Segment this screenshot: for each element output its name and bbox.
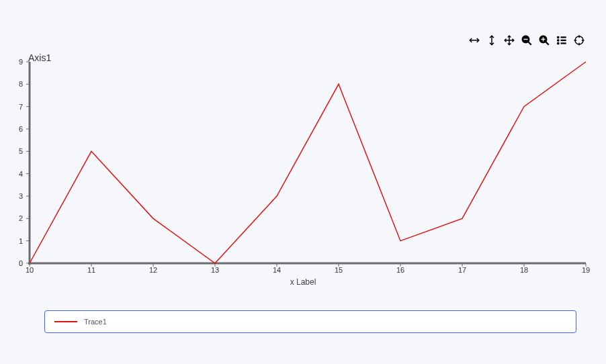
svg-line-8 [546, 42, 549, 45]
plot-area[interactable] [30, 62, 586, 263]
y-tick-label: 8 [19, 80, 23, 88]
y-tick-label: 6 [19, 125, 23, 133]
x-axis-title: x Label [0, 277, 606, 287]
legend[interactable]: Trace1 [44, 310, 576, 333]
x-tick-label: 19 [582, 266, 590, 274]
legend-swatch-trace1 [54, 321, 77, 322]
reset-icon[interactable] [572, 34, 586, 47]
x-tick-label: 12 [149, 266, 157, 274]
series-trace1 [30, 62, 586, 263]
x-tick-label: 18 [520, 266, 528, 274]
svg-line-5 [528, 42, 531, 45]
pan-icon[interactable] [503, 34, 516, 47]
x-tick-label: 10 [26, 266, 34, 274]
legend-toggle-icon[interactable] [555, 34, 568, 47]
zoom-in-icon[interactable] [537, 34, 551, 47]
plot-svg [30, 62, 586, 263]
zoom-out-icon[interactable] [520, 34, 533, 47]
x-tick-label: 16 [396, 266, 404, 274]
chart-toolbar [468, 34, 586, 47]
y-tick-label: 2 [19, 214, 23, 222]
y-tick-label: 1 [19, 237, 23, 245]
zoom-x-icon[interactable] [468, 34, 481, 47]
y-tick-label: 4 [19, 170, 23, 178]
x-tick-label: 14 [273, 266, 281, 274]
legend-label-trace1: Trace1 [84, 318, 107, 326]
x-tick-label: 17 [458, 266, 466, 274]
y-tick-label: 3 [19, 192, 23, 200]
y-tick-label: 7 [19, 103, 23, 111]
y-tick-labels: 0123456789 [0, 62, 27, 263]
x-tick-label: 15 [335, 266, 343, 274]
y-tick-label: 0 [19, 259, 23, 267]
svg-point-11 [558, 36, 559, 38]
svg-point-15 [558, 42, 559, 44]
x-tick-label: 11 [87, 266, 95, 274]
y-tick-label: 9 [19, 58, 23, 66]
zoom-y-icon[interactable] [485, 34, 499, 47]
svg-point-13 [558, 40, 559, 41]
x-tick-labels: 10111213141516171819 [30, 266, 586, 277]
y-tick-label: 5 [19, 147, 23, 155]
x-tick-label: 13 [211, 266, 219, 274]
chart-stage: { "toolbar":{ "tools":[ {"name":"zoom-x-… [0, 0, 606, 364]
